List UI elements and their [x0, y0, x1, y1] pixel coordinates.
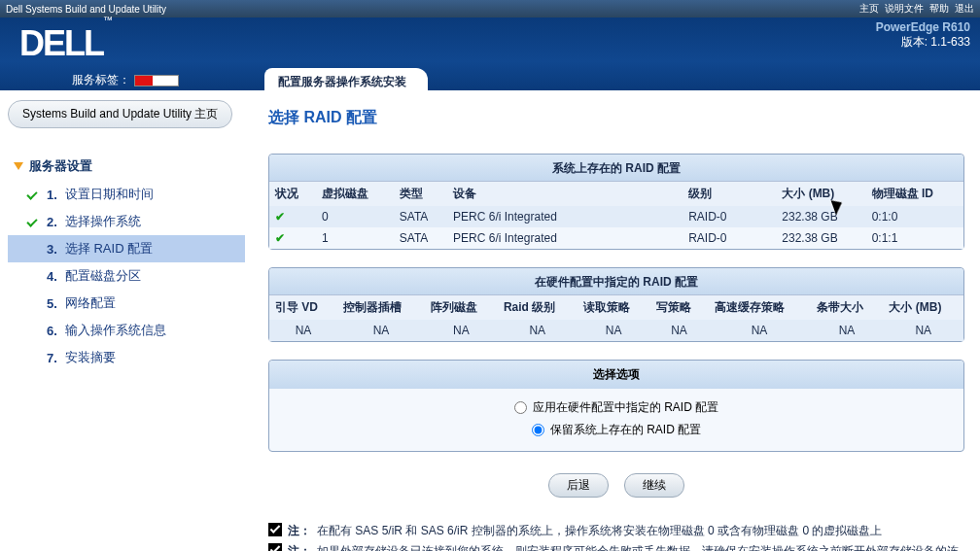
- product-info: PowerEdge R610 版本: 1.1-633: [876, 20, 970, 51]
- nav-item-osinfo[interactable]: 6. 输入操作系统信息: [8, 317, 245, 344]
- check-icon: [25, 215, 39, 228]
- nav-item-datetime[interactable]: 1. 设置日期和时间: [8, 181, 245, 208]
- check-icon: [25, 188, 39, 201]
- titlebar-link-home[interactable]: 主页: [859, 2, 879, 16]
- sidebar: Systems Build and Update Utility 主页 服务器设…: [0, 90, 253, 551]
- options-title: 选择选项: [269, 361, 963, 389]
- service-tag-label: 服务标签：: [72, 72, 130, 88]
- nav-section-head[interactable]: 服务器设置: [8, 152, 245, 181]
- window-titlebar: Dell Systems Build and Update Utility 主页…: [0, 0, 980, 17]
- hw-raid-panel: 在硬件配置中指定的 RAID 配置 引导 VD 控制器插槽 阵列磁盘 Raid …: [268, 267, 964, 342]
- nav-item-network[interactable]: 5. 网络配置: [8, 290, 245, 317]
- note-icon: [268, 543, 282, 551]
- panel-title: 系统上存在的 RAID 配置: [269, 155, 963, 182]
- home-button[interactable]: Systems Build and Update Utility 主页: [8, 100, 232, 128]
- version-label: 版本: 1.1-633: [876, 34, 970, 51]
- content: 选择 RAID 配置 系统上存在的 RAID 配置 状况 虚拟磁盘 类型 设备 …: [253, 90, 980, 551]
- chevron-down-icon: [14, 162, 23, 170]
- titlebar-link-docs[interactable]: 说明文件: [885, 2, 924, 16]
- button-row: 后退 继续: [268, 473, 964, 498]
- panel-title: 在硬件配置中指定的 RAID 配置: [269, 268, 963, 295]
- option-keep-existing[interactable]: 保留系统上存在的 RAID 配置: [269, 419, 963, 441]
- product-name: PowerEdge R610: [876, 20, 970, 34]
- radio-apply-hw[interactable]: [514, 401, 527, 414]
- radio-keep-existing[interactable]: [532, 424, 544, 436]
- nav: 服务器设置 1. 设置日期和时间 2. 选择操作系统 3. 选择 RAID 配置…: [8, 152, 245, 371]
- note-icon: [268, 523, 282, 536]
- service-tag-value: [134, 75, 179, 86]
- table-row: NA NA NA NA NA NA NA NA NA: [269, 320, 963, 341]
- option-apply-hw[interactable]: 应用在硬件配置中指定的 RAID 配置: [269, 396, 963, 419]
- titlebar-link-help[interactable]: 帮助: [929, 2, 949, 16]
- check-icon: ✔: [269, 206, 316, 227]
- note-row: 注： 在配有 SAS 5/iR 和 SAS 6/iR 控制器的系统上，操作系统将…: [268, 523, 964, 539]
- table-row: ✔ 1 SATA PERC 6/i Integrated RAID-0 232.…: [269, 227, 963, 249]
- window-title: Dell Systems Build and Update Utility: [6, 4, 166, 15]
- hw-raid-table: 引导 VD 控制器插槽 阵列磁盘 Raid 级别 读取策略 写策略 高速缓存策略…: [269, 295, 963, 341]
- notes: 注： 在配有 SAS 5/iR 和 SAS 6/iR 控制器的系统上，操作系统将…: [268, 523, 964, 551]
- titlebar-link-exit[interactable]: 退出: [955, 2, 974, 16]
- options-panel: 选择选项 应用在硬件配置中指定的 RAID 配置 保留系统上存在的 RAID 配…: [268, 360, 964, 452]
- existing-raid-panel: 系统上存在的 RAID 配置 状况 虚拟磁盘 类型 设备 级别 大小 (MB) …: [268, 154, 964, 250]
- check-icon: ✔: [269, 227, 316, 249]
- nav-item-os[interactable]: 2. 选择操作系统: [8, 208, 245, 235]
- header: DELL™ PowerEdge R610 版本: 1.1-633 服务标签：: [0, 17, 980, 90]
- note-row: 注： 如果外部存储设备已连接到您的系统，则安装程序可能会失败或丢失数据。请确保在…: [268, 543, 964, 551]
- dell-logo: DELL™: [19, 23, 111, 64]
- continue-button[interactable]: 继续: [624, 473, 684, 498]
- nav-item-summary[interactable]: 7. 安装摘要: [8, 344, 245, 371]
- existing-raid-table: 状况 虚拟磁盘 类型 设备 级别 大小 (MB) 物理磁盘 ID ✔ 0 SAT…: [269, 182, 963, 249]
- service-tag-row: 服务标签：: [72, 72, 179, 88]
- nav-item-raid[interactable]: 3. 选择 RAID 配置: [8, 235, 245, 262]
- back-button[interactable]: 后退: [548, 473, 609, 498]
- table-row: ✔ 0 SATA PERC 6/i Integrated RAID-0 232.…: [269, 206, 963, 227]
- page-title: 选择 RAID 配置: [268, 108, 964, 128]
- nav-item-partition[interactable]: 4. 配置磁盘分区: [8, 262, 245, 290]
- nav-section-title: 服务器设置: [29, 157, 92, 175]
- titlebar-links: 主页 说明文件 帮助 退出: [859, 2, 974, 16]
- active-tab[interactable]: 配置服务器操作系统安装: [264, 68, 428, 94]
